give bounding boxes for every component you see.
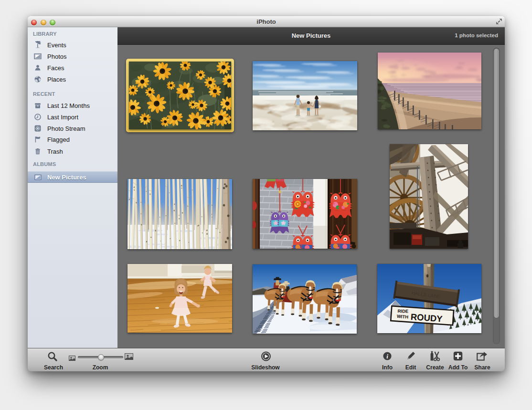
svg-text:i: i (386, 353, 388, 360)
svg-text:WITH: WITH (397, 314, 409, 320)
svg-text:RIDE: RIDE (397, 308, 408, 314)
